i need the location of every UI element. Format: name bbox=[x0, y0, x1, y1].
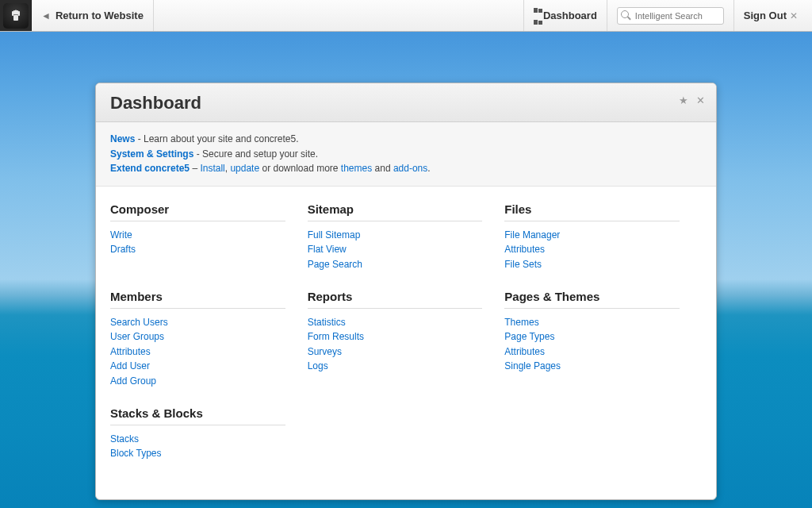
news-link[interactable]: News bbox=[110, 133, 135, 144]
list-item: Attributes bbox=[504, 242, 680, 257]
list-item: Page Types bbox=[504, 329, 680, 344]
nav-link-attributes[interactable]: Attributes bbox=[504, 346, 545, 357]
nav-link-add-group[interactable]: Add Group bbox=[110, 375, 156, 387]
signout-label: Sign Out bbox=[744, 10, 787, 21]
extend-concrete5-link[interactable]: Extend concrete5 bbox=[110, 163, 190, 174]
section-links: StacksBlock Types bbox=[110, 432, 285, 461]
section-links: WriteDrafts bbox=[110, 228, 285, 257]
list-item: File Manager bbox=[504, 228, 680, 243]
panel-body: ComposerWriteDraftsSitemapFull SitemapFl… bbox=[96, 187, 716, 499]
nav-link-full-sitemap[interactable]: Full Sitemap bbox=[308, 229, 361, 241]
list-item: Form Results bbox=[308, 329, 483, 344]
nav-link-block-types[interactable]: Block Types bbox=[110, 448, 161, 459]
section-sitemap: SitemapFull SitemapFlat ViewPage Search bbox=[308, 202, 505, 272]
section-composer: ComposerWriteDrafts bbox=[110, 202, 308, 272]
return-label: Return to Website bbox=[56, 10, 144, 21]
list-item: Full Sitemap bbox=[308, 228, 483, 243]
intelligent-search-input[interactable] bbox=[617, 7, 724, 25]
section-members: MembersSearch UsersUser GroupsAttributes… bbox=[110, 290, 308, 389]
dashboard-grid-icon bbox=[534, 4, 538, 28]
list-item: Add Group bbox=[110, 374, 285, 389]
nav-link-single-pages[interactable]: Single Pages bbox=[504, 360, 561, 371]
list-item: Stacks bbox=[110, 432, 285, 447]
list-item: Add User bbox=[110, 359, 285, 374]
system-settings-link[interactable]: System & Settings bbox=[110, 148, 193, 160]
list-item: Drafts bbox=[110, 242, 285, 257]
sign-out-link[interactable]: Sign Out ✕ bbox=[734, 0, 812, 31]
svg-rect-4 bbox=[14, 10, 16, 13]
panel-close-icon[interactable]: ✕ bbox=[696, 94, 705, 106]
panel-header: Dashboard ★ ✕ bbox=[96, 83, 716, 122]
dashboard-panel: Dashboard ★ ✕ News - Learn about your si… bbox=[95, 83, 717, 500]
nav-link-write[interactable]: Write bbox=[110, 229, 132, 241]
section-files: FilesFile ManagerAttributesFile Sets bbox=[504, 202, 702, 272]
themes-link[interactable]: themes bbox=[341, 163, 372, 174]
arrow-left-icon: ◄ bbox=[41, 10, 51, 21]
list-item: Single Pages bbox=[504, 359, 680, 374]
dashboard-link[interactable]: Dashboard bbox=[523, 0, 607, 31]
list-item: Page Search bbox=[308, 257, 483, 272]
nav-link-page-types[interactable]: Page Types bbox=[504, 331, 554, 342]
section-links: Search UsersUser GroupsAttributesAdd Use… bbox=[110, 315, 285, 389]
section-links: ThemesPage TypesAttributesSingle Pages bbox=[504, 315, 680, 374]
list-item: Themes bbox=[504, 315, 680, 330]
nav-link-surveys[interactable]: Surveys bbox=[308, 346, 342, 357]
section-title: Reports bbox=[308, 290, 483, 309]
section-links: Full SitemapFlat ViewPage Search bbox=[308, 228, 483, 272]
svg-rect-6 bbox=[17, 10, 18, 15]
section-title: Members bbox=[110, 290, 285, 309]
nav-link-logs[interactable]: Logs bbox=[308, 360, 328, 371]
list-item: Attributes bbox=[504, 344, 680, 360]
section-links: File ManagerAttributesFile Sets bbox=[504, 228, 680, 272]
nav-link-flat-view[interactable]: Flat View bbox=[308, 244, 347, 255]
nav-link-stacks[interactable]: Stacks bbox=[110, 433, 139, 444]
dashboard-label: Dashboard bbox=[543, 10, 597, 21]
section-links: StatisticsForm ResultsSurveysLogs bbox=[308, 315, 483, 374]
top-toolbar: ◄ Return to Website Dashboard Sign Out ✕ bbox=[0, 0, 812, 32]
section-reports: ReportsStatisticsForm ResultsSurveysLogs bbox=[308, 290, 505, 389]
section-stacks-blocks: Stacks & BlocksStacksBlock Types bbox=[110, 406, 308, 461]
addons-link[interactable]: add-ons bbox=[393, 163, 427, 174]
list-item: Search Users bbox=[110, 315, 285, 330]
search-cell bbox=[607, 0, 734, 31]
nav-link-drafts[interactable]: Drafts bbox=[110, 244, 136, 255]
section-title: Pages & Themes bbox=[504, 290, 680, 309]
panel-subheader: News - Learn about your site and concret… bbox=[96, 122, 716, 187]
nav-link-file-sets[interactable]: File Sets bbox=[504, 259, 542, 270]
section-title: Composer bbox=[110, 202, 285, 221]
nav-link-form-results[interactable]: Form Results bbox=[308, 331, 364, 342]
search-icon bbox=[621, 10, 630, 20]
nav-link-themes[interactable]: Themes bbox=[504, 317, 538, 328]
nav-link-page-search[interactable]: Page Search bbox=[308, 259, 362, 270]
nav-link-add-user[interactable]: Add User bbox=[110, 360, 150, 371]
news-text: - Learn about your site and concrete5. bbox=[135, 133, 298, 144]
install-link[interactable]: Install bbox=[200, 163, 224, 174]
svg-rect-5 bbox=[13, 10, 14, 15]
section-pages-themes: Pages & ThemesThemesPage TypesAttributes… bbox=[504, 290, 702, 389]
list-item: File Sets bbox=[504, 257, 680, 272]
nav-link-user-groups[interactable]: User Groups bbox=[110, 331, 164, 342]
list-item: Logs bbox=[308, 359, 483, 374]
toolbar-spacer bbox=[154, 0, 523, 31]
list-item: Statistics bbox=[308, 315, 483, 330]
section-title: Files bbox=[504, 202, 680, 221]
nav-link-attributes[interactable]: Attributes bbox=[110, 346, 151, 357]
svg-rect-0 bbox=[13, 15, 18, 21]
list-item: Block Types bbox=[110, 446, 285, 461]
nav-link-attributes[interactable]: Attributes bbox=[504, 244, 545, 255]
nav-link-search-users[interactable]: Search Users bbox=[110, 317, 168, 328]
return-to-website-link[interactable]: ◄ Return to Website bbox=[32, 0, 154, 31]
update-link[interactable]: update bbox=[230, 163, 259, 174]
logo-cell[interactable] bbox=[0, 0, 32, 31]
list-item: Write bbox=[110, 228, 285, 243]
section-title: Stacks & Blocks bbox=[110, 406, 285, 425]
list-item: Flat View bbox=[308, 242, 483, 257]
favorite-star-icon[interactable]: ★ bbox=[679, 94, 688, 106]
concrete5-logo-icon bbox=[3, 3, 29, 29]
close-icon: ✕ bbox=[790, 10, 798, 21]
list-item: User Groups bbox=[110, 329, 285, 344]
nav-link-statistics[interactable]: Statistics bbox=[308, 317, 346, 328]
list-item: Attributes bbox=[110, 344, 285, 360]
list-item: Surveys bbox=[308, 344, 483, 360]
nav-link-file-manager[interactable]: File Manager bbox=[504, 229, 560, 241]
